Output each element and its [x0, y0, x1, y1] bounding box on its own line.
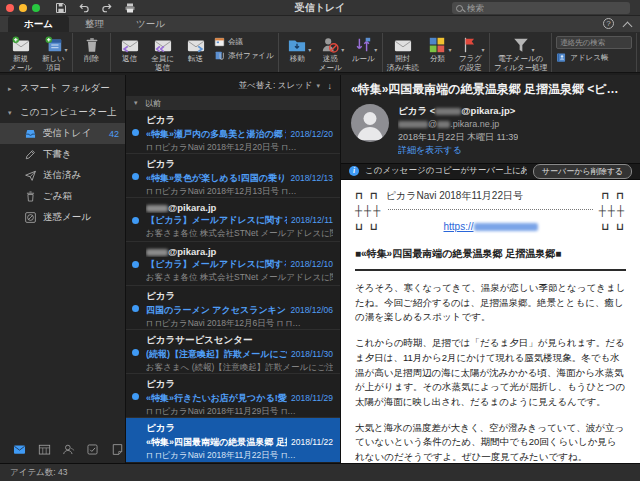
- outlook-window: 受信トレイ ホーム 整理 ツール ? 新規メール▾新しい項目削除返信全員に返信転…: [0, 0, 640, 481]
- ribbon-button-junk[interactable]: ▾迷惑メール: [314, 33, 347, 72]
- message-preview: ⊓ ⊓ピカラNavi 2018年11月29日号 ⊓…: [146, 406, 333, 418]
- ribbon-button-delete[interactable]: 削除: [75, 33, 108, 63]
- redacted-text: [146, 205, 168, 212]
- message-subject: «特集»瀬戸内の多島美と湯治の郷 湯ノ…: [146, 128, 286, 141]
- redo-icon[interactable]: [100, 1, 113, 14]
- message-date: 2018/12/11: [291, 215, 333, 225]
- calendar-module-icon[interactable]: [36, 442, 51, 457]
- contact-search-input[interactable]: [556, 36, 632, 49]
- move-icon: ▾: [288, 35, 306, 54]
- message-list-item[interactable]: ピカラ«特集»行きたいお店が見つかる!愛媛の…2018/11/29⊓ ⊓ピカラN…: [126, 374, 340, 418]
- notes-module-icon[interactable]: [110, 442, 125, 457]
- redacted-text: [435, 108, 461, 115]
- mail-module-icon[interactable]: [12, 442, 27, 457]
- undo-icon[interactable]: [77, 1, 90, 14]
- sidebar-folder-下書き[interactable]: 下書き: [0, 144, 125, 165]
- message-preview: ⊓ ⊓ピカラNavi 2018年12月20日号 ⊓…: [146, 142, 333, 154]
- message-preview: ⊓ ⊓ピカラNavi 2018年11月22日号 ⊓…: [146, 450, 333, 462]
- tasks-module-icon[interactable]: [85, 442, 100, 457]
- minimize-window-button[interactable]: [19, 4, 27, 12]
- message-subject: 【ピカラ】メールアドレスに関する変更処…: [146, 214, 287, 227]
- banner-text: このメッセージのコピーがサーバー上にあります。: [365, 165, 527, 177]
- ribbon-button-meeting[interactable]: 会議: [214, 36, 274, 47]
- group-header[interactable]: ▾ 以前: [126, 96, 340, 110]
- ribbon-button-attachment[interactable]: 添付ファイル: [214, 50, 274, 61]
- sidebar-section-smart-folders[interactable]: ▸ スマート フォルダー: [0, 75, 125, 99]
- close-window-button[interactable]: [6, 4, 14, 12]
- ascii-art-line-2: ┼┼┼ ┼┼┼: [355, 203, 626, 219]
- ribbon-button-filter[interactable]: ▾電子メールのフィルター処理: [492, 33, 549, 72]
- sidebar-folder-ごみ箱[interactable]: ごみ箱: [0, 186, 125, 207]
- people-module-icon[interactable]: [61, 442, 76, 457]
- ribbon-button-categorize[interactable]: ▾分類: [421, 33, 454, 63]
- message-list-item[interactable]: ピカラ«特集»四国最南端の絶景温泉郷 足摺…2018/11/22⊓ ⊓ピカラNa…: [126, 418, 340, 462]
- sidebar-folder-迷惑メール[interactable]: 迷惑メール: [0, 207, 125, 228]
- redacted-text: [146, 249, 168, 256]
- help-icon[interactable]: ?: [603, 18, 614, 29]
- avatar: [351, 104, 389, 142]
- ribbon-button-move[interactable]: ▾移動: [281, 33, 314, 63]
- sidebar-folder-送信済み[interactable]: 送信済み: [0, 165, 125, 186]
- message-list-item[interactable]: ピカラ«特集»景色が楽しめる!四国の乗りもの…2018/12/13⊓ ⊓ピカラN…: [126, 154, 340, 198]
- search-input[interactable]: [467, 3, 626, 13]
- ascii-art-line-3: ⊔ ⊔ https:// ⊔ ⊔: [355, 219, 626, 235]
- ribbon-button-read-unread[interactable]: 開封済み/未読: [385, 33, 421, 72]
- delete-icon: [83, 35, 101, 54]
- ribbon-group: 開封済み/未読▾分類▾フラグの設定: [383, 33, 490, 72]
- message-list-item[interactable]: ピカラ四国のラーメン アクセスランキング <…2018/12/06⊓ ⊓ピカラN…: [126, 286, 340, 330]
- zoom-window-button[interactable]: [32, 4, 40, 12]
- message-list: 並べ替え: スレッド ▾ ↓ ▾ 以前 ピカラ«特集»瀬戸内の多島美と湯治の郷 …: [125, 75, 341, 463]
- message-list-item[interactable]: ピカラ«特集»瀬戸内の多島美と湯治の郷 湯ノ…2018/12/20⊓ ⊓ピカラN…: [126, 110, 340, 154]
- delete-from-server-button[interactable]: サーバーから削除する: [533, 164, 632, 179]
- message-list-item[interactable]: @pikara.jp【ピカラ】メールアドレスに関する変更処…2018/12/10…: [126, 242, 340, 286]
- newsletter-link[interactable]: https://: [443, 221, 537, 232]
- search-box[interactable]: [452, 2, 630, 14]
- sidebar-folder-受信トレイ[interactable]: 受信トレイ42: [0, 123, 125, 144]
- search-icon: [456, 5, 463, 12]
- new-item-icon: ▾: [45, 35, 63, 54]
- redacted-text: [437, 121, 450, 128]
- message-subject: «特集»四国最南端の絶景温泉郷 足摺…: [146, 436, 287, 449]
- ribbon-button-forward[interactable]: 転送: [179, 33, 212, 63]
- message-list-item[interactable]: @pikara.jp【ピカラ】メールアドレスに関する変更処…2018/12/11…: [126, 198, 340, 242]
- redacted-text: [474, 223, 538, 231]
- message-date: 2018/11/30: [291, 349, 333, 359]
- message-sender: ピカラ: [146, 378, 333, 391]
- sort-direction-icon[interactable]: ↓: [328, 81, 333, 91]
- show-details-link[interactable]: 詳細を表示する: [398, 144, 518, 157]
- ribbon-button-flag[interactable]: ▾フラグの設定: [454, 33, 487, 72]
- flag-icon: ▾: [461, 35, 479, 54]
- sidebar-section-on-this-computer[interactable]: ▾ このコンピューター上: [0, 99, 125, 123]
- print-icon[interactable]: [123, 1, 136, 14]
- collapse-ribbon-icon[interactable]: [624, 20, 632, 28]
- message-list-item[interactable]: ピカラサービスセンター(続報)【注意喚起】詐欺メールにご注…2018/11/30…: [126, 330, 340, 374]
- ribbon-button-new-item[interactable]: ▾新しい項目: [37, 33, 70, 72]
- ribbon-button-rules[interactable]: ▾ルール: [347, 33, 380, 63]
- ribbon-group: 新規メール▾新しい項目: [2, 33, 73, 72]
- ribbon-button-reply[interactable]: 返信: [113, 33, 146, 63]
- message-sender: ピカラ: [146, 290, 333, 303]
- info-icon: i: [349, 166, 359, 176]
- tab-organize[interactable]: 整理: [69, 16, 120, 32]
- ribbon-group: アドレス帳: [552, 33, 637, 72]
- ribbon-button-reply-all[interactable]: 全員に返信: [146, 33, 179, 72]
- categorize-icon: ▾: [428, 35, 446, 54]
- message-sender: @pikara.jp: [146, 202, 333, 213]
- message-subject: 四国のラーメン アクセスランキング <…: [146, 304, 286, 317]
- unread-count-badge: 42: [109, 129, 119, 139]
- message-preview: お客さまへ (続報)【注意喚起】詐欺メールにご注意く…: [146, 362, 333, 374]
- ribbon-button-address-book[interactable]: アドレス帳: [556, 52, 632, 63]
- titlebar: 受信トレイ: [0, 0, 640, 16]
- disclosure-expanded-icon: ▾: [134, 99, 141, 107]
- tab-home[interactable]: ホーム: [8, 16, 69, 32]
- message-preview: ⊓ ⊓ピカラNavi 2018年12月13日号 ⊓…: [146, 186, 333, 198]
- tab-tools[interactable]: ツール: [120, 16, 181, 32]
- item-count: アイテム数: 43: [10, 467, 67, 479]
- sort-bar[interactable]: 並べ替え: スレッド ▾ ↓: [126, 75, 340, 96]
- save-icon[interactable]: [54, 1, 67, 14]
- unread-dot: [132, 305, 139, 312]
- message-body: ⊓ ⊓ ピカラNavi 2018年11月22日号 ⊓ ⊓ ┼┼┼ ┼┼┼ ⊔ ⊔…: [341, 180, 640, 463]
- body-paragraph: そろそろ、寒くなってきて、温泉が恋しい季節となってきましたね。今回ご紹介するのは…: [355, 281, 626, 325]
- unread-dot: [132, 217, 139, 224]
- ribbon-button-new-mail[interactable]: 新規メール: [4, 33, 37, 72]
